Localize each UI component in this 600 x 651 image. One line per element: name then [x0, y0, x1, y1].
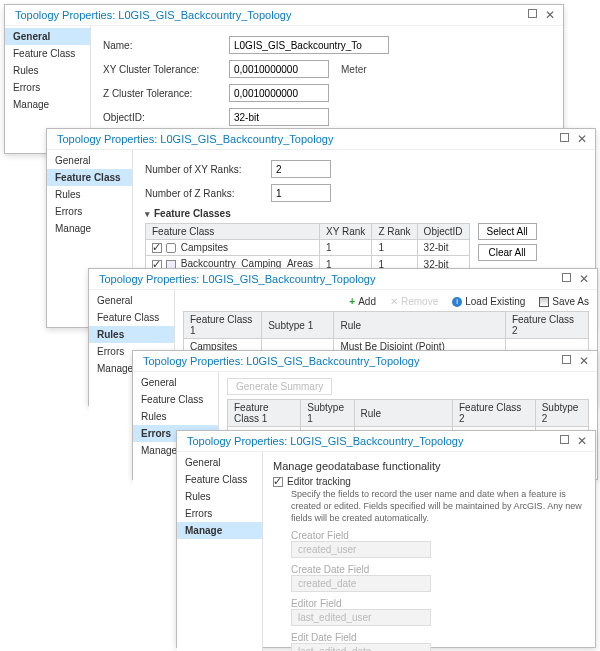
create-date-input[interactable]: created_date — [291, 575, 431, 592]
editor-tracking-desc: Specify the fields to record the user na… — [291, 489, 585, 524]
fc-section-header[interactable]: Feature Classes — [145, 208, 583, 219]
maximize-icon[interactable] — [560, 133, 569, 142]
xy-ranks-label: Number of XY Ranks: — [145, 164, 265, 175]
oid-input[interactable] — [229, 108, 329, 126]
xy-ranks-input[interactable] — [271, 160, 331, 178]
titlebar: Topology Properties: L0GIS_GIS_Backcount… — [89, 269, 597, 290]
dialog-title: Topology Properties: L0GIS_GIS_Backcount… — [15, 9, 291, 21]
dialog-title: Topology Properties: L0GIS_GIS_Backcount… — [57, 133, 333, 145]
sidebar-item-rules[interactable]: Rules — [89, 326, 174, 343]
z-ranks-label: Number of Z Ranks: — [145, 188, 265, 199]
select-all-button[interactable]: Select All — [478, 223, 537, 240]
sidebar-item-rules[interactable]: Rules — [133, 408, 218, 425]
dialog-title: Topology Properties: L0GIS_GIS_Backcount… — [99, 273, 375, 285]
dialog-title: Topology Properties: L0GIS_GIS_Backcount… — [143, 355, 419, 367]
sidebar-item-errors[interactable]: Errors — [47, 203, 132, 220]
titlebar: Topology Properties: L0GIS_GIS_Backcount… — [177, 431, 595, 452]
table-row[interactable]: Campsites 1 1 32-bit — [146, 240, 470, 256]
col-fc2: Feature Class 2 — [453, 400, 536, 427]
sidebar-item-general[interactable]: General — [47, 152, 132, 169]
info-icon: i — [452, 297, 462, 307]
sidebar-item-errors[interactable]: Errors — [5, 79, 90, 96]
col-fc2: Feature Class 2 — [505, 312, 588, 339]
plus-icon: + — [349, 296, 355, 307]
sidebar: General Feature Class Rules Errors Manag… — [177, 452, 263, 651]
titlebar: Topology Properties: L0GIS_GIS_Backcount… — [47, 129, 595, 150]
close-icon[interactable]: ✕ — [579, 355, 589, 367]
sidebar-item-feature-class[interactable]: Feature Class — [133, 391, 218, 408]
sidebar: General Feature Class Rules Errors Manag… — [5, 26, 91, 142]
oid-label: ObjectID: — [103, 112, 223, 123]
creator-field-label: Creator Field — [291, 530, 585, 541]
sidebar-item-feature-class[interactable]: Feature Class — [177, 471, 262, 488]
add-button[interactable]: +Add — [349, 296, 376, 307]
sidebar-item-general[interactable]: General — [5, 28, 90, 45]
xy-tol-input[interactable] — [229, 60, 329, 78]
z-ranks-input[interactable] — [271, 184, 331, 202]
z-tol-input[interactable] — [229, 84, 329, 102]
maximize-icon[interactable] — [562, 273, 571, 282]
sidebar-item-manage[interactable]: Manage — [5, 96, 90, 113]
col-z: Z Rank — [372, 224, 417, 240]
sidebar-item-rules[interactable]: Rules — [5, 62, 90, 79]
editor-tracking-label: Editor tracking — [287, 476, 351, 487]
name-label: Name: — [103, 40, 223, 51]
sidebar-item-rules[interactable]: Rules — [177, 488, 262, 505]
titlebar: Topology Properties: L0GIS_GIS_Backcount… — [133, 351, 597, 372]
maximize-icon[interactable] — [560, 435, 569, 444]
titlebar: Topology Properties: L0GIS_GIS_Backcount… — [5, 5, 563, 26]
col-st2: Subtype 2 — [535, 400, 588, 427]
sidebar-item-general[interactable]: General — [89, 292, 174, 309]
editor-field-label: Editor Field — [291, 598, 585, 609]
editor-tracking-checkbox[interactable] — [273, 477, 283, 487]
xy-tol-label: XY Cluster Tolerance: — [103, 64, 223, 75]
sidebar-item-feature-class[interactable]: Feature Class — [47, 169, 132, 186]
sidebar-item-rules[interactable]: Rules — [47, 186, 132, 203]
point-icon — [166, 243, 176, 253]
sidebar-item-feature-class[interactable]: Feature Class — [89, 309, 174, 326]
edit-date-input[interactable]: last_edited_date — [291, 643, 431, 651]
editor-field-input[interactable]: last_edited_user — [291, 609, 431, 626]
save-as-button[interactable]: Save As — [539, 296, 589, 307]
save-icon — [539, 297, 549, 307]
col-fc1: Feature Class 1 — [184, 312, 262, 339]
close-icon[interactable]: ✕ — [545, 9, 555, 21]
close-icon[interactable]: ✕ — [577, 133, 587, 145]
dialog-title: Topology Properties: L0GIS_GIS_Backcount… — [187, 435, 463, 447]
col-xy: XY Rank — [320, 224, 372, 240]
col-rule: Rule — [334, 312, 505, 339]
sidebar-item-feature-class[interactable]: Feature Class — [5, 45, 90, 62]
z-tol-label: Z Cluster Tolerance: — [103, 88, 223, 99]
maximize-icon[interactable] — [528, 9, 537, 18]
maximize-icon[interactable] — [562, 355, 571, 364]
col-st1: Subtype 1 — [262, 312, 334, 339]
col-st1: Subtype 1 — [301, 400, 354, 427]
sidebar-item-manage[interactable]: Manage — [47, 220, 132, 237]
manage-heading: Manage geodatabase functionality — [273, 460, 585, 472]
close-icon[interactable]: ✕ — [579, 273, 589, 285]
create-date-label: Create Date Field — [291, 564, 585, 575]
close-icon[interactable]: ✕ — [577, 435, 587, 447]
col-rule: Rule — [354, 400, 452, 427]
col-fc1: Feature Class 1 — [228, 400, 301, 427]
col-fc: Feature Class — [146, 224, 320, 240]
sidebar-item-manage[interactable]: Manage — [177, 522, 262, 539]
clear-all-button[interactable]: Clear All — [478, 244, 537, 261]
col-oid: ObjectID — [417, 224, 469, 240]
remove-button[interactable]: ✕Remove — [390, 296, 438, 307]
xy-tol-unit: Meter — [341, 64, 367, 75]
load-existing-button[interactable]: iLoad Existing — [452, 296, 525, 307]
edit-date-label: Edit Date Field — [291, 632, 585, 643]
sidebar-item-errors[interactable]: Errors — [177, 505, 262, 522]
creator-field-input[interactable]: created_user — [291, 541, 431, 558]
name-input[interactable] — [229, 36, 389, 54]
generate-summary-button[interactable]: Generate Summary — [227, 378, 332, 395]
sidebar-item-general[interactable]: General — [133, 374, 218, 391]
sidebar-item-general[interactable]: General — [177, 454, 262, 471]
checkbox-icon[interactable] — [152, 243, 162, 253]
x-icon: ✕ — [390, 296, 398, 307]
